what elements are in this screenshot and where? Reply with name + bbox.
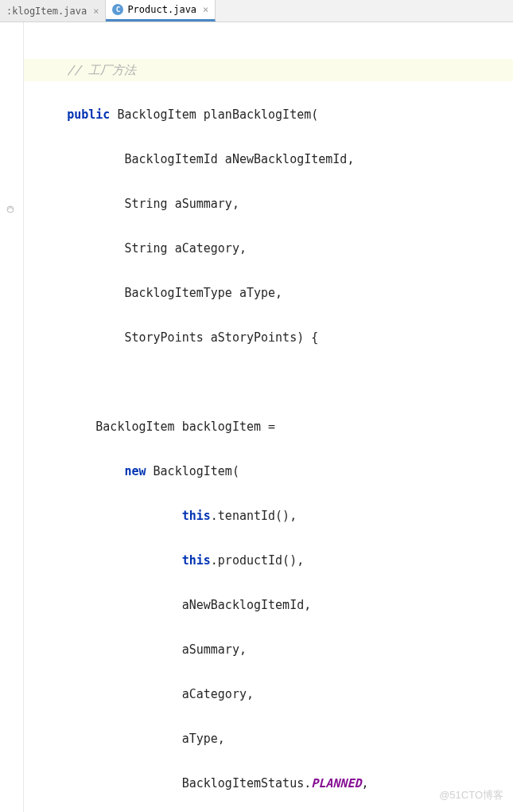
- kw-this: this: [182, 509, 211, 523]
- tab-backlogitem[interactable]: :klogItem.java ×: [0, 0, 106, 21]
- code-text: ,: [361, 776, 368, 791]
- code-text: String aCategory,: [124, 241, 247, 256]
- editor-area: // 工厂方法 public BacklogItem planBacklogIt…: [0, 22, 513, 812]
- watermark: @51CTO博客: [439, 788, 503, 802]
- tab-bar: :klogItem.java × C Product.java ×: [0, 0, 513, 22]
- tab-product[interactable]: C Product.java ×: [106, 0, 216, 21]
- code-text: BacklogItem planBacklogItem(: [110, 107, 318, 122]
- code-text: BacklogItem backlogItem =: [95, 420, 275, 434]
- code-text: aSummary,: [182, 642, 247, 657]
- kw-public: public: [67, 107, 110, 122]
- gutter[interactable]: [0, 22, 24, 812]
- code-text: String aSummary,: [124, 197, 239, 211]
- code-text: aNewBacklogItemId,: [182, 598, 312, 612]
- override-marker-icon[interactable]: [5, 205, 16, 213]
- code-text: BacklogItemType aType,: [124, 286, 282, 300]
- code-text: BacklogItemId aNewBacklogItemId,: [124, 152, 354, 166]
- code-text: aType,: [182, 732, 225, 746]
- code-text: .productId(),: [211, 553, 304, 568]
- close-icon[interactable]: ×: [203, 4, 208, 15]
- code-text: StoryPoints aStoryPoints) {: [124, 330, 318, 345]
- class-file-icon: C: [112, 4, 123, 15]
- code-text: aCategory,: [182, 687, 254, 701]
- code-text: BacklogItem(: [146, 464, 239, 478]
- code-area[interactable]: // 工厂方法 public BacklogItem planBacklogIt…: [24, 22, 513, 812]
- kw-this: this: [182, 553, 211, 568]
- code-comment: // 工厂方法: [67, 63, 136, 77]
- code-text: BacklogItemStatus.: [182, 776, 312, 791]
- code-enum: PLANNED: [311, 776, 361, 791]
- tab-label: Product.java: [127, 4, 196, 15]
- close-icon[interactable]: ×: [93, 6, 99, 17]
- kw-new: new: [124, 464, 146, 478]
- code-text: .tenantId(),: [211, 509, 297, 523]
- tab-label: :klogItem.java: [6, 6, 87, 17]
